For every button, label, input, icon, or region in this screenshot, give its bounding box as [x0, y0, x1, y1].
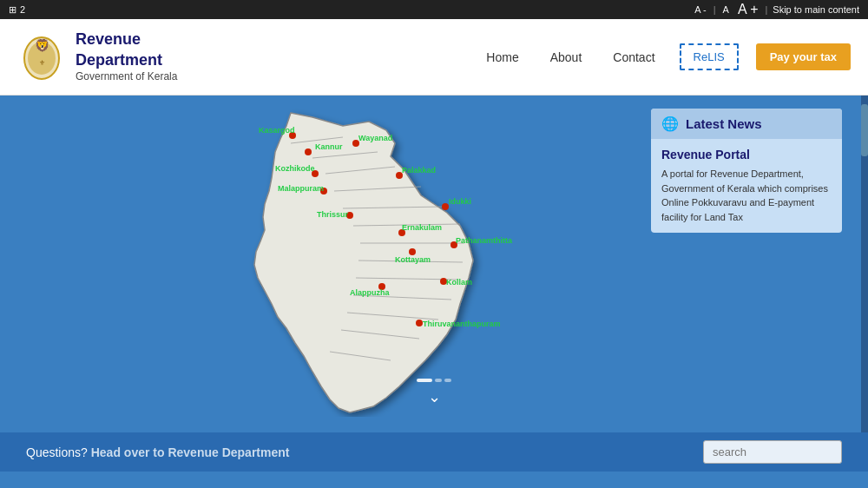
relis-button[interactable]: ReLIS [680, 43, 739, 70]
font-increase-button[interactable]: A + [736, 2, 760, 17]
questions-bar: Questions? Head over to Revenue Departme… [0, 432, 868, 472]
label-malappuram: Malappuram [278, 184, 324, 193]
font-decrease-button[interactable]: A - [693, 4, 707, 15]
scroll-dot-1 [417, 379, 432, 382]
svg-text:⚜: ⚜ [38, 59, 44, 67]
label-palakkad: Palakkad [402, 166, 436, 175]
label-kollam: Kollam [446, 278, 472, 287]
kerala-map-area: Kasargod Kannur Wayanad Kozhikode Malapp… [69, 104, 547, 417]
accessibility-controls: A - | A A + | Skip to main content [693, 2, 859, 17]
latest-news-panel: 🌐 Latest News Revenue Portal A portal fo… [651, 109, 842, 233]
pin-kannur [305, 148, 312, 155]
logo-area: 🦁 ⚜ Revenue Department Government of Ker… [17, 30, 479, 83]
search-box [703, 440, 842, 464]
scroll-dots [417, 379, 451, 382]
label-kasargod: Kasargod [259, 126, 295, 135]
pin-thiruvananthapuram [416, 320, 423, 326]
label-wayanad: Wayanad [358, 134, 392, 142]
scroll-down-icon[interactable]: ⌄ [428, 387, 441, 406]
news-header-label: Latest News [686, 116, 762, 131]
news-header: 🌐 Latest News [651, 109, 842, 139]
tab-count: 2 [20, 4, 25, 15]
main-content: Kasargod Kannur Wayanad Kozhikode Malapp… [0, 96, 868, 432]
kerala-map-svg: Kasargod Kannur Wayanad Kozhikode Malapp… [69, 104, 547, 417]
questions-text: Questions? Head over to Revenue Departme… [26, 445, 289, 459]
label-ernakulam: Ernakulam [402, 223, 442, 232]
next-section-partial [0, 472, 868, 488]
header: 🦁 ⚜ Revenue Department Government of Ker… [0, 19, 868, 96]
label-kozhikode: Kozhikode [275, 164, 315, 173]
news-article-desc: A portal for Revenue Department, Governm… [661, 167, 832, 224]
scroll-thumb[interactable] [861, 104, 868, 156]
right-scrollbar[interactable] [861, 96, 868, 432]
scroll-indicator: ⌄ [417, 379, 451, 406]
kerala-emblem-icon: 🦁 ⚜ [20, 32, 63, 82]
nav-contact-link[interactable]: Contact [606, 47, 661, 68]
label-alappuzha: Alappuzha [350, 288, 390, 297]
globe-icon: 🌐 [661, 115, 679, 132]
scroll-dot-2 [435, 379, 442, 382]
nav-home-link[interactable]: Home [479, 47, 525, 68]
scroll-dot-3 [444, 379, 451, 382]
skip-to-main-link[interactable]: Skip to main content [773, 4, 859, 15]
label-kannur: Kannur [315, 142, 343, 151]
label-kottayam: Kottayam [395, 255, 431, 264]
department-line1: Revenue Department [76, 30, 177, 70]
government-line: Government of Kerala [76, 70, 177, 84]
search-input[interactable] [703, 440, 842, 464]
label-thrissur: Thrissur [317, 210, 349, 219]
questions-link-text[interactable]: Head over to Revenue Department [91, 445, 290, 459]
news-article-title: Revenue Portal [661, 148, 832, 162]
tab-icon: ⊞ [9, 4, 16, 16]
logo-image: 🦁 ⚜ [17, 31, 65, 83]
main-nav: Home About Contact ReLIS Pay your tax [479, 43, 851, 70]
label-idukki: Idukki [449, 197, 471, 206]
pay-tax-button[interactable]: Pay your tax [756, 43, 851, 70]
pin-kottayam [409, 248, 416, 255]
tab-count-area: ⊞ 2 [9, 4, 25, 16]
label-thiruvananthapuram: Thiruvananthapuram [423, 320, 501, 328]
questions-label: Questions? [26, 445, 88, 459]
news-body: Revenue Portal A portal for Revenue Depa… [651, 139, 842, 233]
label-pathanamthitta: Pathanamthitta [456, 236, 513, 245]
pin-idukki [442, 203, 449, 210]
font-normal-button[interactable]: A [721, 4, 731, 15]
logo-text-area: Revenue Department Government of Kerala [76, 30, 177, 83]
nav-about-link[interactable]: About [543, 47, 589, 68]
accessibility-bar: ⊞ 2 A - | A A + | Skip to main content [0, 0, 868, 19]
kerala-outline [254, 113, 473, 412]
svg-text:🦁: 🦁 [34, 38, 49, 53]
